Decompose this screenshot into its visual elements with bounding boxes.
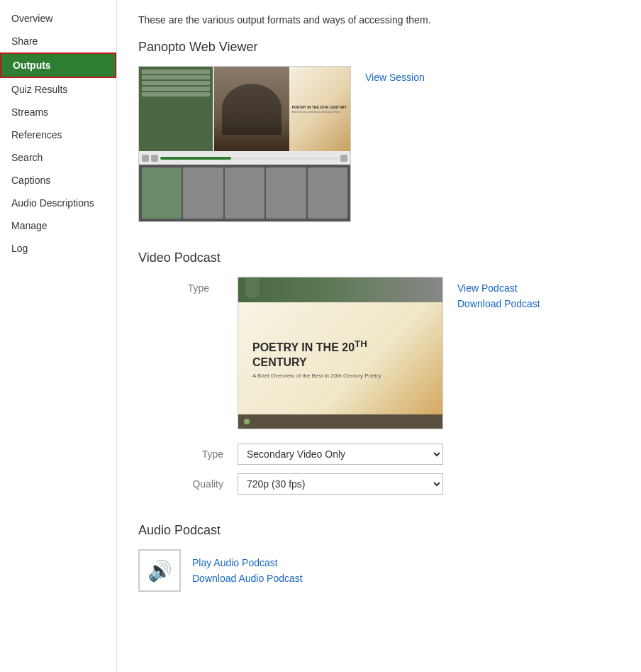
audio-icon-box: 🔊 [138, 549, 181, 592]
podcast-mock: POETRY IN THE 20THCENTURY A Brief Overvi… [238, 277, 442, 429]
slide-subtitle: A Brief Overview of the Best in 20th Cen… [292, 111, 340, 114]
panel-row [142, 75, 210, 79]
audio-podcast-section: Audio Podcast 🔊 Play Audio Podcast Downl… [138, 523, 620, 592]
progress-bar [160, 157, 338, 160]
main-content: These are the various output formats and… [117, 0, 641, 672]
viewer-panel [139, 67, 213, 151]
panel-row [142, 92, 210, 97]
viewer-top: POETRY IN THE 20TH CENTURY A Brief Overv… [139, 67, 350, 151]
play-audio-link[interactable]: Play Audio Podcast [192, 557, 303, 568]
thumb-3 [225, 167, 264, 219]
slide-title: POETRY IN THE 20TH CENTURY [292, 105, 347, 109]
podcast-body: POETRY IN THE 20THCENTURY A Brief Overvi… [238, 302, 442, 414]
podcast-header [238, 277, 442, 302]
viewer-video: POETRY IN THE 20TH CENTURY A Brief Overv… [214, 67, 350, 151]
podcast-thumbnail: POETRY IN THE 20THCENTURY A Brief Overvi… [238, 277, 443, 429]
sidebar-item-captions[interactable]: Captions [0, 169, 116, 192]
presenter-area [214, 67, 289, 151]
audio-podcast-title: Audio Podcast [138, 523, 620, 538]
video-podcast-section: Video Podcast Type POETRY IN THE 20THCEN… [138, 250, 620, 495]
sidebar-item-log[interactable]: Log [0, 237, 116, 260]
viewer-mock: POETRY IN THE 20TH CENTURY A Brief Overv… [139, 67, 350, 221]
web-viewer-thumbnail: POETRY IN THE 20TH CENTURY A Brief Overv… [138, 66, 351, 222]
vol-btn-mock [340, 155, 347, 162]
sidebar-item-share[interactable]: Share [0, 30, 116, 53]
slide-overlay: POETRY IN THE 20TH CENTURY A Brief Overv… [289, 67, 350, 151]
sidebar-item-references[interactable]: References [0, 123, 116, 146]
progress-fill [160, 157, 231, 160]
audio-row: 🔊 Play Audio Podcast Download Audio Podc… [138, 549, 620, 592]
sidebar: Overview Share Outputs Quiz Results Stre… [0, 0, 117, 672]
thumb-5 [308, 167, 347, 219]
sidebar-item-outputs[interactable]: Outputs [0, 53, 116, 78]
type-label-top: Type [138, 277, 223, 294]
sidebar-item-quiz-results[interactable]: Quiz Results [0, 78, 116, 101]
viewer-controls [139, 151, 350, 164]
quality-field-row: Quality 360p (30 fps) 540p (30 fps) 720p… [138, 473, 620, 495]
panel-row [142, 81, 210, 85]
audience [222, 84, 282, 135]
web-viewer-title: Panopto Web Viewer [138, 40, 620, 55]
viewer-links: View Session [365, 66, 425, 83]
sidebar-item-overview[interactable]: Overview [0, 7, 116, 30]
podcast-slide-title: POETRY IN THE 20THCENTURY [252, 338, 428, 370]
web-viewer-row: POETRY IN THE 20TH CENTURY A Brief Overv… [138, 66, 620, 222]
web-viewer-section: Panopto Web Viewer [138, 40, 620, 222]
sidebar-item-streams[interactable]: Streams [0, 101, 116, 123]
bookmark-icon [245, 278, 260, 299]
play-dot [244, 419, 250, 424]
panel-row [142, 87, 210, 91]
viewer-main: POETRY IN THE 20TH CENTURY A Brief Overv… [214, 67, 350, 151]
sidebar-item-search[interactable]: Search [0, 146, 116, 169]
type-select[interactable]: Primary Video Only Secondary Video Only … [238, 444, 443, 465]
stop-btn-mock [151, 155, 158, 162]
type-field-label: Type [138, 448, 238, 460]
viewer-thumbnails [139, 165, 350, 221]
video-podcast-title: Video Podcast [138, 250, 620, 265]
type-field-row: Type Primary Video Only Secondary Video … [138, 444, 620, 465]
sidebar-item-manage[interactable]: Manage [0, 214, 116, 237]
view-podcast-link[interactable]: View Podcast [457, 282, 540, 294]
panel-row [142, 70, 210, 74]
download-podcast-link[interactable]: Download Podcast [457, 298, 540, 309]
play-btn-mock [142, 155, 149, 162]
audio-links: Play Audio Podcast Download Audio Podcas… [192, 557, 303, 584]
speaker-icon: 🔊 [147, 559, 172, 583]
podcast-slide-subtitle: A Brief Overview of the Best in 20th Cen… [252, 373, 428, 379]
quality-field-label: Quality [138, 478, 238, 490]
thumb-2 [183, 167, 223, 219]
view-session-link[interactable]: View Session [365, 72, 425, 83]
thumb-4 [266, 167, 306, 219]
quality-select[interactable]: 360p (30 fps) 540p (30 fps) 720p (30 fps… [238, 473, 443, 495]
thumb-1 [142, 167, 182, 219]
page-description: These are the various output formats and… [138, 14, 620, 26]
download-audio-link[interactable]: Download Audio Podcast [192, 573, 303, 584]
sidebar-item-audio-descriptions[interactable]: Audio Descriptions [0, 192, 116, 214]
presenter-figure [214, 67, 289, 151]
podcast-links: View Podcast Download Podcast [457, 277, 540, 309]
podcast-footer [238, 414, 442, 429]
podcast-row: Type POETRY IN THE 20THCENTURY A Brief O… [138, 277, 620, 429]
